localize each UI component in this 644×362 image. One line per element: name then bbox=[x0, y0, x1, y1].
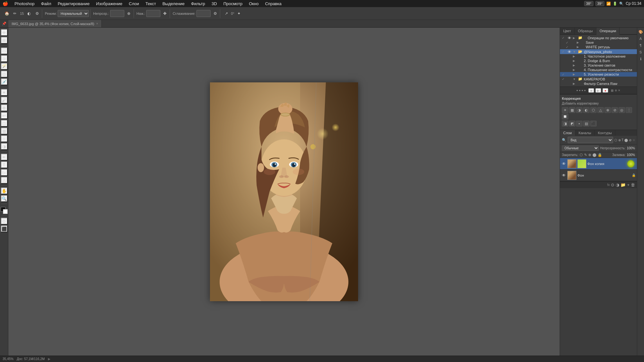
apple-menu-icon[interactable]: 🍎 bbox=[3, 1, 8, 6]
ops-toggle-0[interactable]: ▶ bbox=[573, 36, 577, 40]
menu-3d[interactable]: 3D bbox=[210, 1, 218, 6]
ops-item-defaults[interactable]: ✓ 👁 ▶ 📁 Операции по умолчанию bbox=[560, 35, 637, 40]
corr-brightness-icon[interactable]: ☀ bbox=[562, 107, 568, 113]
ops-toggle-8[interactable]: ▶ bbox=[573, 73, 577, 76]
pressure-btn[interactable]: ⊕ bbox=[125, 10, 132, 17]
ops-toggle-5[interactable]: ▶ bbox=[573, 59, 577, 62]
symmetry-btn[interactable]: ✦ bbox=[235, 10, 242, 17]
opacity-input[interactable]: 100% bbox=[110, 10, 124, 17]
tab-close-btn[interactable]: × bbox=[96, 22, 98, 25]
ops-item-camera[interactable]: ✓ ▼ 📁 КАМЕРАУОВ bbox=[560, 77, 637, 81]
corr-bw-icon[interactable]: ⊘ bbox=[611, 107, 618, 113]
tab-color[interactable]: Цвет bbox=[560, 28, 575, 34]
corr-vibrance-icon[interactable]: ⬡ bbox=[590, 107, 597, 113]
record-btn[interactable]: ● bbox=[602, 88, 608, 93]
layers-filter-toggle[interactable]: ○ bbox=[633, 138, 635, 142]
tab-layers[interactable]: Слои bbox=[560, 130, 575, 136]
blend-mode-select[interactable]: Обычные bbox=[562, 145, 599, 151]
artboard-tool[interactable]: ⊞ bbox=[1, 37, 8, 44]
lock-pixels-icon[interactable]: ⬡ bbox=[580, 153, 583, 157]
brush-tool[interactable]: 🖌 bbox=[1, 97, 8, 104]
ops-item-nasyova[interactable]: ✓ 👁 ▼ 📂 @Nasyova_photo bbox=[560, 49, 637, 54]
search-icon[interactable]: 🔍 bbox=[619, 2, 624, 6]
smoothing-input[interactable]: 0% bbox=[196, 10, 211, 17]
stop-btn[interactable]: ■ bbox=[588, 88, 594, 93]
corr-hsl-icon[interactable]: △ bbox=[597, 107, 604, 113]
menu-view[interactable]: Просмотр bbox=[222, 1, 244, 6]
layers-filter-type[interactable]: Вид bbox=[568, 137, 613, 143]
ops-item-dodge[interactable]: ▶ 2. Dodge & Burn bbox=[560, 59, 637, 63]
ops-toggle-4[interactable]: ▶ bbox=[573, 55, 577, 58]
layer-eye-1[interactable]: 👁 bbox=[561, 173, 566, 178]
mode-select[interactable]: Нормальный bbox=[58, 10, 89, 17]
blur-tool[interactable]: ○ bbox=[1, 135, 8, 142]
corr-exposure-icon[interactable]: ◐ bbox=[583, 107, 590, 113]
corr-chanmix-icon[interactable]: ⋮ bbox=[626, 107, 632, 113]
ops-toggle-10[interactable]: ▶ bbox=[573, 82, 577, 85]
ops-toggle-6[interactable]: ▶ bbox=[573, 64, 577, 67]
menu-select[interactable]: Выделение bbox=[161, 1, 186, 6]
play-btn[interactable]: ▶ bbox=[595, 88, 601, 93]
clone-tool[interactable]: ⊕ bbox=[1, 104, 8, 111]
ops-eye-0[interactable]: 👁 bbox=[567, 36, 572, 40]
fill-value[interactable]: 100% bbox=[627, 153, 635, 157]
menu-edit[interactable]: Редактирование bbox=[56, 1, 91, 6]
panel-icon-info[interactable]: ℹ bbox=[638, 56, 644, 62]
lock-position-icon[interactable]: ✎ bbox=[584, 153, 587, 157]
eraser-tool[interactable]: ◻ bbox=[1, 120, 8, 127]
tab-operations[interactable]: Операции bbox=[596, 28, 620, 35]
brush-preset-btn[interactable]: ✏ bbox=[11, 10, 18, 17]
spot-heal-tool[interactable]: ✦ bbox=[1, 89, 8, 96]
add-group-btn[interactable]: 📁 bbox=[620, 182, 626, 187]
ops-toggle-2[interactable]: ▶ bbox=[577, 45, 581, 49]
crop-tool[interactable]: ⊡ bbox=[1, 70, 8, 78]
hand-tool[interactable]: ✋ bbox=[1, 187, 8, 194]
flow-input[interactable]: 100% bbox=[146, 10, 160, 17]
eyedropper-tool[interactable]: 💉 bbox=[1, 78, 8, 85]
smoothing-options-btn[interactable]: ⚙ bbox=[212, 10, 219, 17]
corr-invert-icon[interactable]: ◨ bbox=[562, 121, 568, 126]
tab-swatches[interactable]: Образцы bbox=[575, 28, 596, 34]
ops-item-white[interactable]: ✓ ▶ WHITE ретушь bbox=[564, 45, 637, 49]
tab-pin-icon[interactable]: 📌 bbox=[2, 22, 6, 26]
menu-photoshop[interactable]: Photoshop bbox=[13, 1, 36, 6]
ops-item-freq[interactable]: ▶ 1. Частотное разложение bbox=[560, 54, 637, 59]
flow-pressure-btn[interactable]: ✤ bbox=[161, 10, 168, 17]
corr-levels-icon[interactable]: ▦ bbox=[569, 107, 575, 113]
lasso-tool[interactable]: ⊃ bbox=[1, 55, 8, 62]
panel-icon-para[interactable]: ¶ bbox=[638, 42, 644, 48]
panel-icon-color[interactable]: 🎨 bbox=[638, 29, 644, 35]
angle-btn[interactable]: ↗ bbox=[223, 10, 230, 17]
corr-threshold-icon[interactable]: ▪ bbox=[576, 121, 582, 126]
menu-image[interactable]: Изображение bbox=[95, 1, 124, 6]
menu-help[interactable]: Справка bbox=[264, 1, 283, 6]
quick-select-tool[interactable]: 🪄 bbox=[1, 63, 8, 70]
screen-mode-btn[interactable]: ⬛ bbox=[1, 225, 8, 232]
gradient-tool[interactable]: ▦ bbox=[1, 127, 8, 135]
ops-item-cameraraw[interactable]: ▶ Фильтр Camera Raw bbox=[560, 81, 637, 86]
panel-icon-char[interactable]: A bbox=[638, 36, 644, 42]
status-arrow[interactable]: ▶ bbox=[48, 357, 51, 361]
ops-eye-3[interactable]: 👁 bbox=[567, 50, 572, 54]
ops-toggle-3[interactable]: ▼ bbox=[573, 50, 577, 53]
lock-all-icon[interactable]: ⬤ bbox=[592, 153, 596, 157]
corr-curves-icon[interactable]: ◑ bbox=[576, 107, 582, 113]
marquee-tool[interactable]: ▭ bbox=[1, 47, 8, 54]
corr-posterize-icon[interactable]: ◩ bbox=[569, 121, 575, 126]
home-btn[interactable]: 🏠 bbox=[3, 10, 10, 17]
fx-label[interactable]: fx bbox=[607, 183, 610, 187]
lock-lock-icon[interactable]: 🔒 bbox=[598, 153, 602, 157]
shape-tool[interactable]: △ bbox=[1, 177, 8, 184]
document-tab[interactable]: IMG_6633.jpg @ 35,4% (Фон копия, Слой-ма… bbox=[8, 20, 102, 27]
ops-toggle-1[interactable]: ▶ bbox=[577, 41, 581, 44]
tab-channels[interactable]: Каналы bbox=[575, 130, 595, 136]
menu-layers[interactable]: Слои bbox=[128, 1, 140, 6]
zoom-tool[interactable]: 🔍 bbox=[1, 195, 8, 202]
ops-item-save[interactable]: ✓ ▶ Save bbox=[564, 40, 637, 45]
ops-item-lights[interactable]: ▶ 3. Усиление светов bbox=[560, 63, 637, 68]
quick-mask-btn[interactable]: ⊙ bbox=[1, 218, 8, 225]
ops-toggle-7[interactable]: ▶ bbox=[573, 68, 577, 71]
add-layer-btn[interactable]: + bbox=[627, 182, 630, 187]
corr-colorlookup-icon[interactable]: 🔲 bbox=[562, 114, 568, 119]
corr-colorbalance-icon[interactable]: ⊕ bbox=[604, 107, 611, 113]
